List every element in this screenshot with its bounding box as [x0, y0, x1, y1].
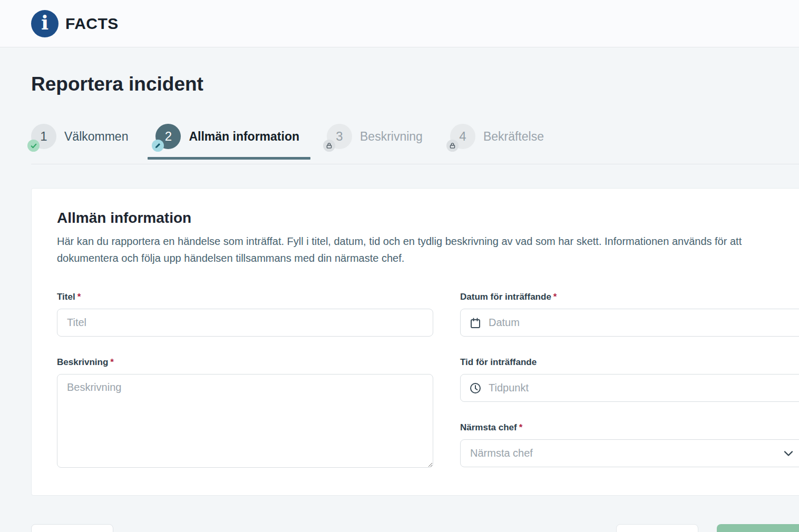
narmsta-chef-placeholder: Närmsta chef [470, 447, 533, 459]
step-2-label: Allmän information [189, 130, 299, 144]
step-1-label: Välkommen [64, 130, 128, 144]
chevron-down-icon [782, 447, 795, 460]
lock-icon [446, 140, 459, 152]
form-column-right: Datum för inträffande* Tid för inträffan… [460, 292, 799, 468]
datum-label: Datum för inträffande* [460, 292, 799, 302]
datum-input-wrap [460, 309, 799, 337]
step-valkommen[interactable]: 1 Välkommen [31, 124, 128, 149]
lock-icon [323, 140, 335, 152]
tid-label: Tid för inträffande [460, 357, 799, 368]
datum-field-group: Datum för inträffande* [460, 292, 799, 337]
pencil-icon [152, 140, 164, 152]
form-card: Allmän information Här kan du rapportera… [31, 188, 799, 496]
form-column-left: Titel* Beskrivning* [57, 292, 433, 468]
beskrivning-label: Beskrivning* [57, 357, 433, 368]
required-marker: * [77, 292, 81, 302]
step-bekraftelse: 4 Bekräftelse [450, 124, 544, 149]
logo-letter: i [41, 13, 48, 33]
step-4-number: 4 [459, 129, 466, 144]
brand-name: FACTS [65, 15, 119, 33]
tid-label-text: Tid för inträffande [460, 357, 537, 367]
beskrivning-label-text: Beskrivning [57, 357, 108, 367]
form-footer: Avbryt Spara Spara och fortsätt [31, 524, 799, 532]
step-1-circle: 1 [31, 124, 56, 149]
form-grid: Titel* Beskrivning* Datum för inträffand… [57, 292, 791, 468]
titel-label-text: Titel [57, 292, 75, 302]
titel-field-group: Titel* [57, 292, 433, 337]
tid-input[interactable] [460, 374, 799, 402]
check-icon [27, 140, 40, 152]
tid-field-group: Tid för inträffande [460, 357, 799, 402]
narmsta-chef-label-text: Närmsta chef [460, 422, 517, 432]
save-and-continue-button[interactable]: Spara och fortsätt [717, 524, 799, 532]
beskrivning-field-group: Beskrivning* [57, 357, 433, 468]
step-4-circle: 4 [450, 124, 475, 149]
narmsta-chef-select[interactable]: Närmsta chef [460, 439, 799, 467]
footer-right-buttons: Spara Spara och fortsätt [616, 524, 799, 532]
app-logo: i FACTS [31, 10, 119, 37]
datum-label-text: Datum för inträffande [460, 292, 551, 302]
wizard-stepper: 1 Välkommen 2 Allmän information 3 [31, 124, 799, 164]
required-marker: * [110, 357, 114, 367]
step-2-circle: 2 [155, 124, 181, 149]
required-marker: * [519, 422, 523, 432]
step-beskrivning: 3 Beskrivning [327, 124, 423, 149]
step-1-number: 1 [40, 129, 47, 144]
beskrivning-textarea[interactable] [57, 374, 433, 468]
titel-label: Titel* [57, 292, 433, 302]
titel-input[interactable] [57, 309, 433, 337]
page-content: Reportera incident 1 Välkommen 2 Allmän … [0, 73, 799, 532]
step-allman-information[interactable]: 2 Allmän information [155, 124, 299, 149]
narmsta-chef-label: Närmsta chef* [460, 422, 799, 433]
section-description: Här kan du rapportera en händelse som in… [57, 233, 758, 267]
logo-i-icon: i [31, 10, 59, 37]
step-2-number: 2 [165, 129, 172, 144]
section-heading: Allmän information [57, 210, 791, 226]
save-button[interactable]: Spara [616, 524, 698, 532]
tid-input-wrap [460, 374, 799, 402]
step-3-number: 3 [336, 129, 343, 144]
step-3-circle: 3 [327, 124, 352, 149]
narmsta-chef-field-group: Närmsta chef* Närmsta chef [460, 422, 799, 467]
step-4-label: Bekräftelse [483, 130, 544, 144]
page-title: Reportera incident [31, 73, 799, 95]
required-marker: * [553, 292, 557, 302]
cancel-button[interactable]: Avbryt [31, 524, 113, 532]
step-3-label: Beskrivning [360, 130, 423, 144]
app-header: i FACTS [0, 0, 799, 47]
datum-input[interactable] [460, 309, 799, 337]
